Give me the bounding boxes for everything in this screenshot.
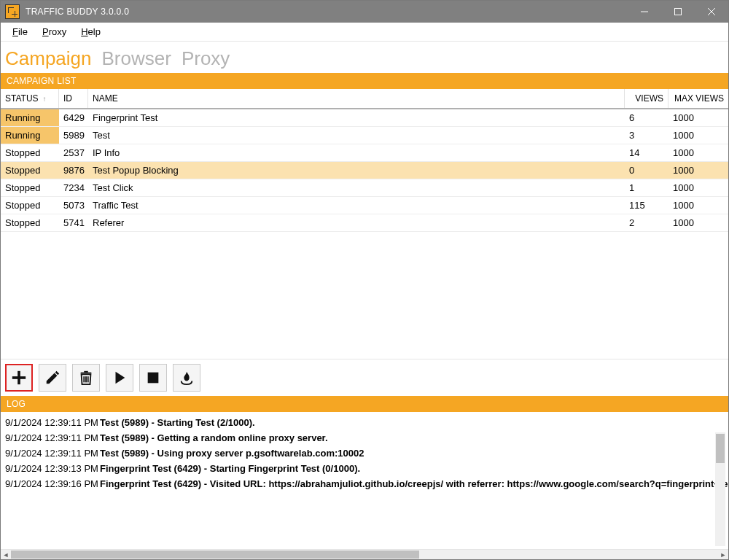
table-row[interactable]: Stopped9876Test Popup Blocking01000 [1, 162, 728, 179]
cell-maxviews: 1000 [668, 162, 728, 179]
svg-rect-11 [148, 373, 159, 384]
vertical-scrollbar[interactable] [715, 432, 725, 546]
tab-proxy[interactable]: Proxy [182, 47, 230, 70]
horizontal-scrollbar[interactable]: ◄ ► [1, 549, 728, 559]
col-name[interactable]: NAME [88, 89, 625, 108]
table-row[interactable]: Running5989Test31000 [1, 127, 728, 144]
cell-status: Stopped [1, 144, 59, 161]
table-row[interactable]: Stopped5073Traffic Test1151000 [1, 197, 728, 214]
maximize-button[interactable] [661, 1, 695, 23]
cell-name: Fingerprint Test [88, 109, 625, 126]
cell-name: Referer [88, 214, 625, 231]
cell-id: 5073 [59, 197, 88, 214]
minimize-button[interactable] [628, 1, 661, 23]
tab-campaign[interactable]: Campaign [5, 47, 92, 70]
log-entry: 9/1/2024 12:39:16 PMFingerprint Test (64… [5, 476, 727, 491]
svg-rect-8 [87, 376, 89, 382]
plus-icon [11, 370, 27, 386]
log-message: Fingerprint Test (6429) - Starting Finge… [100, 463, 360, 474]
cell-views: 3 [625, 127, 668, 144]
menu-proxy[interactable]: Proxy [35, 25, 74, 39]
fire-icon [179, 370, 195, 386]
add-button[interactable] [5, 364, 33, 392]
table-row[interactable]: Stopped5741Referer21000 [1, 214, 728, 232]
window-title: TRAFFIC BUDDY 3.0.0.0 [26, 7, 129, 17]
log-timestamp: 9/1/2024 12:39:16 PM [5, 478, 100, 489]
scroll-right-icon[interactable]: ► [718, 550, 728, 559]
col-id[interactable]: ID [59, 89, 88, 108]
scroll-thumb[interactable] [11, 551, 419, 559]
svg-rect-7 [85, 376, 87, 382]
log-timestamp: 9/1/2024 12:39:11 PM [5, 432, 100, 443]
log-message: Test (5989) - Starting Test (2/1000). [100, 417, 255, 428]
cell-views: 6 [625, 109, 668, 126]
stop-button[interactable] [139, 364, 167, 392]
log-entry: 9/1/2024 12:39:11 PMTest (5989) - Gettin… [5, 430, 727, 446]
col-status[interactable]: STATUS ↑ [1, 89, 59, 108]
cell-views: 14 [625, 144, 668, 161]
tab-browser[interactable]: Browser [102, 47, 171, 70]
cell-maxviews: 1000 [668, 127, 728, 144]
cell-maxviews: 1000 [668, 214, 728, 231]
cell-views: 1 [625, 179, 668, 196]
col-views[interactable]: VIEWS [625, 89, 668, 108]
cell-name: Test Popup Blocking [88, 162, 625, 179]
campaign-table: STATUS ↑ ID NAME VIEWS MAX VIEWS Running… [1, 89, 728, 359]
edit-button[interactable] [39, 364, 66, 392]
svg-rect-6 [83, 376, 85, 382]
log-timestamp: 9/1/2024 12:39:11 PM [5, 417, 100, 428]
scroll-left-icon[interactable]: ◄ [1, 550, 11, 559]
cell-status: Running [1, 127, 59, 144]
log-entry: 9/1/2024 12:39:11 PMTest (5989) - Starti… [5, 415, 727, 430]
table-header-row: STATUS ↑ ID NAME VIEWS MAX VIEWS [1, 89, 728, 109]
cell-name: Test [88, 127, 625, 144]
svg-rect-9 [81, 373, 92, 374]
table-row[interactable]: Stopped2537IP Info141000 [1, 144, 728, 162]
sort-ascending-icon: ↑ [43, 95, 47, 103]
cell-views: 0 [625, 162, 668, 179]
log-message: Fingerprint Test (6429) - Visited URL: h… [100, 478, 728, 489]
log-entry: 9/1/2024 12:39:13 PMFingerprint Test (64… [5, 461, 727, 476]
cell-name: IP Info [88, 144, 625, 161]
delete-button[interactable] [72, 364, 100, 392]
log-message: Test (5989) - Using proxy server p.gsoft… [100, 448, 364, 459]
stop-icon [145, 370, 161, 386]
cell-status: Running [1, 109, 59, 126]
table-row[interactable]: Running6429Fingerprint Test61000 [1, 109, 728, 127]
log-body: 9/1/2024 12:39:11 PMTest (5989) - Starti… [1, 412, 728, 549]
cell-views: 2 [625, 214, 668, 231]
cell-status: Stopped [1, 162, 59, 179]
cell-id: 5741 [59, 214, 88, 231]
svg-rect-1 [675, 9, 682, 15]
app-window: TRAFFIC BUDDY 3.0.0.0 File Proxy Help Ca… [0, 0, 729, 560]
cell-views: 115 [625, 197, 668, 214]
play-button[interactable] [106, 364, 133, 392]
menu-file[interactable]: File [5, 25, 35, 39]
pencil-icon [44, 370, 61, 386]
close-button[interactable] [695, 1, 728, 23]
scroll-thumb[interactable] [716, 434, 725, 463]
trash-icon [78, 370, 94, 386]
cell-maxviews: 1000 [668, 197, 728, 214]
svg-rect-10 [84, 371, 88, 373]
log-header: LOG [1, 396, 728, 412]
cell-status: Stopped [1, 179, 59, 196]
cell-id: 6429 [59, 109, 88, 126]
col-maxviews[interactable]: MAX VIEWS [668, 89, 728, 108]
menu-help[interactable]: Help [74, 25, 108, 39]
table-row[interactable]: Stopped7234Test Click11000 [1, 179, 728, 197]
cell-id: 9876 [59, 162, 88, 179]
cell-status: Stopped [1, 197, 59, 214]
play-icon [112, 370, 128, 386]
menubar: File Proxy Help [1, 23, 728, 42]
log-panel: LOG 9/1/2024 12:39:11 PMTest (5989) - St… [1, 396, 728, 559]
burn-button[interactable] [173, 364, 200, 392]
svg-rect-5 [12, 376, 26, 379]
cell-maxviews: 1000 [668, 109, 728, 126]
cell-maxviews: 1000 [668, 144, 728, 161]
cell-name: Test Click [88, 179, 625, 196]
campaign-list-header: CAMPAIGN LIST [1, 73, 728, 89]
titlebar: TRAFFIC BUDDY 3.0.0.0 [1, 1, 728, 23]
cell-id: 7234 [59, 179, 88, 196]
cell-maxviews: 1000 [668, 179, 728, 196]
